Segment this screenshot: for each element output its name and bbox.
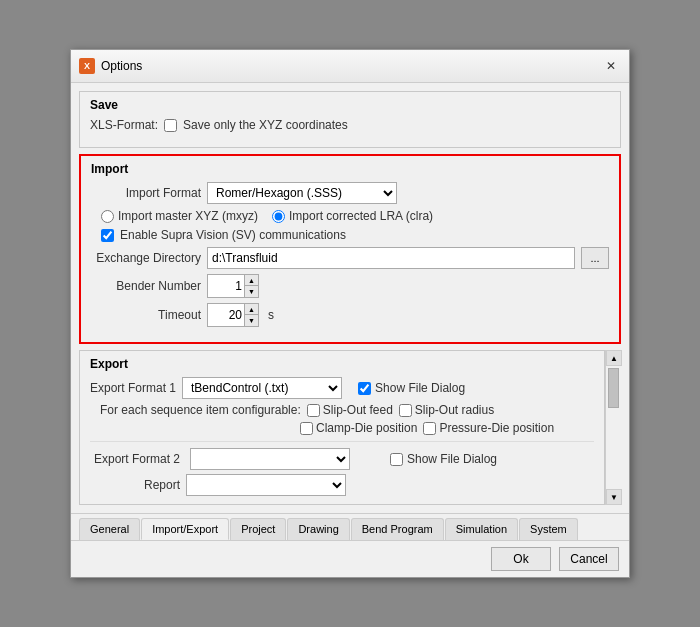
scrollbar: ▲ ▼ (605, 350, 621, 505)
show-file-label-1: Show File Dialog (375, 381, 465, 395)
export-format2-select[interactable] (190, 448, 350, 470)
show-file-checkbox-2[interactable] (390, 453, 403, 466)
checks-group-1: Slip-Out feed Slip-Out radius (307, 403, 494, 417)
bender-spin-up[interactable]: ▲ (244, 275, 258, 286)
pressure-die-check[interactable] (423, 422, 436, 435)
import-format-row: Import Format Romer/Hexagon (.SSS) (91, 182, 609, 204)
second-checks-row: Clamp-Die position Pressure-Die position (90, 421, 594, 435)
tab-bend-program[interactable]: Bend Program (351, 518, 444, 540)
tab-drawing[interactable]: Drawing (287, 518, 349, 540)
options-dialog: X Options ✕ Save XLS-Format: Save only t… (70, 49, 630, 578)
radio-clra-item: Import corrected LRA (clra) (272, 209, 433, 223)
exchange-dir-label: Exchange Directory (91, 251, 201, 265)
title-bar: X Options ✕ (71, 50, 629, 83)
cancel-button[interactable]: Cancel (559, 547, 619, 571)
export-format2-row: Export Format 2 Show File Dialog (90, 441, 594, 470)
scroll-space (606, 410, 621, 489)
slip-out-feed-label: Slip-Out feed (323, 403, 393, 417)
timeout-input[interactable] (208, 304, 244, 326)
export-format1-select[interactable]: tBendControl (.txt) (182, 377, 342, 399)
dialog-body: Save XLS-Format: Save only the XYZ coord… (71, 83, 629, 513)
xls-checkbox[interactable] (164, 119, 177, 132)
bender-spinner-btns: ▲ ▼ (244, 275, 258, 297)
scroll-thumb[interactable] (608, 368, 619, 408)
timeout-spin-up[interactable]: ▲ (244, 304, 258, 315)
title-bar-left: X Options (79, 58, 142, 74)
timeout-label: Timeout (91, 308, 201, 322)
tab-general[interactable]: General (79, 518, 140, 540)
scroll-down-arrow[interactable]: ▼ (606, 489, 622, 505)
close-button[interactable]: ✕ (601, 56, 621, 76)
exchange-dir-row: Exchange Directory ... (91, 247, 609, 269)
clamp-die-check[interactable] (300, 422, 313, 435)
report-row: Report (90, 474, 594, 496)
save-xls-row: XLS-Format: Save only the XYZ coordinate… (90, 118, 610, 132)
timeout-spin-down[interactable]: ▼ (244, 315, 258, 326)
report-select[interactable] (186, 474, 346, 496)
import-format-select[interactable]: Romer/Hexagon (.SSS) (207, 182, 397, 204)
pressure-die-item: Pressure-Die position (423, 421, 554, 435)
tab-simulation[interactable]: Simulation (445, 518, 518, 540)
timeout-spinner: ▲ ▼ (207, 303, 259, 327)
radio-mxyz-label: Import master XYZ (mxyz) (118, 209, 258, 223)
seq-label: For each sequence item configurable: (100, 403, 301, 417)
bender-spin-down[interactable]: ▼ (244, 286, 258, 297)
show-file-label-2: Show File Dialog (407, 452, 497, 466)
radio-clra[interactable] (272, 210, 285, 223)
radio-mxyz[interactable] (101, 210, 114, 223)
export-section: Export Export Format 1 tBendControl (.tx… (79, 350, 605, 505)
import-section: Import Import Format Romer/Hexagon (.SSS… (79, 154, 621, 344)
tab-system[interactable]: System (519, 518, 578, 540)
exchange-dir-input[interactable] (207, 247, 575, 269)
supra-checkbox[interactable] (101, 229, 114, 242)
dialog-title: Options (101, 59, 142, 73)
export-section-title: Export (90, 357, 594, 371)
tab-project[interactable]: Project (230, 518, 286, 540)
slip-out-radius-check[interactable] (399, 404, 412, 417)
radio-mxyz-item: Import master XYZ (mxyz) (101, 209, 258, 223)
import-format-label: Import Format (91, 186, 201, 200)
browse-button[interactable]: ... (581, 247, 609, 269)
supra-label: Enable Supra Vision (SV) communications (120, 228, 346, 242)
radio-clra-label: Import corrected LRA (clra) (289, 209, 433, 223)
slip-out-radius-item: Slip-Out radius (399, 403, 494, 417)
export-format1-row: Export Format 1 tBendControl (.txt) Show… (90, 377, 594, 399)
bender-input[interactable] (208, 275, 244, 297)
slip-out-radius-label: Slip-Out radius (415, 403, 494, 417)
tab-bar: General Import/Export Project Drawing Be… (71, 513, 629, 540)
dialog-footer: Ok Cancel (71, 540, 629, 577)
bender-number-row: Bender Number ▲ ▼ (91, 274, 609, 298)
import-section-title: Import (91, 162, 609, 176)
timeout-unit: s (268, 308, 274, 322)
clamp-die-label: Clamp-Die position (316, 421, 417, 435)
ok-button[interactable]: Ok (491, 547, 551, 571)
slip-out-feed-item: Slip-Out feed (307, 403, 393, 417)
dialog-icon: X (79, 58, 95, 74)
save-section-title: Save (90, 98, 610, 112)
show-file-dialog-2: Show File Dialog (390, 452, 497, 466)
show-file-checkbox-1[interactable] (358, 382, 371, 395)
bender-spinner: ▲ ▼ (207, 274, 259, 298)
import-radio-group: Import master XYZ (mxyz) Import correcte… (91, 209, 609, 223)
clamp-die-item: Clamp-Die position (300, 421, 417, 435)
save-section: Save XLS-Format: Save only the XYZ coord… (79, 91, 621, 148)
show-file-dialog-1: Show File Dialog (358, 381, 465, 395)
sequence-row: For each sequence item configurable: Sli… (90, 403, 594, 417)
bender-number-label: Bender Number (91, 279, 201, 293)
pressure-die-label: Pressure-Die position (439, 421, 554, 435)
report-label: Report (90, 478, 180, 492)
export-format2-label: Export Format 2 (90, 452, 180, 466)
xls-format-label: XLS-Format: (90, 118, 158, 132)
scroll-up-arrow[interactable]: ▲ (606, 350, 622, 366)
slip-out-feed-check[interactable] (307, 404, 320, 417)
export-format1-label: Export Format 1 (90, 381, 176, 395)
supra-row: Enable Supra Vision (SV) communications (91, 228, 609, 242)
xls-checkbox-label: Save only the XYZ coordinates (183, 118, 348, 132)
export-wrapper: Export Export Format 1 tBendControl (.tx… (79, 350, 621, 505)
timeout-row: Timeout ▲ ▼ s (91, 303, 609, 327)
tab-import-export[interactable]: Import/Export (141, 518, 229, 540)
timeout-spinner-btns: ▲ ▼ (244, 304, 258, 326)
